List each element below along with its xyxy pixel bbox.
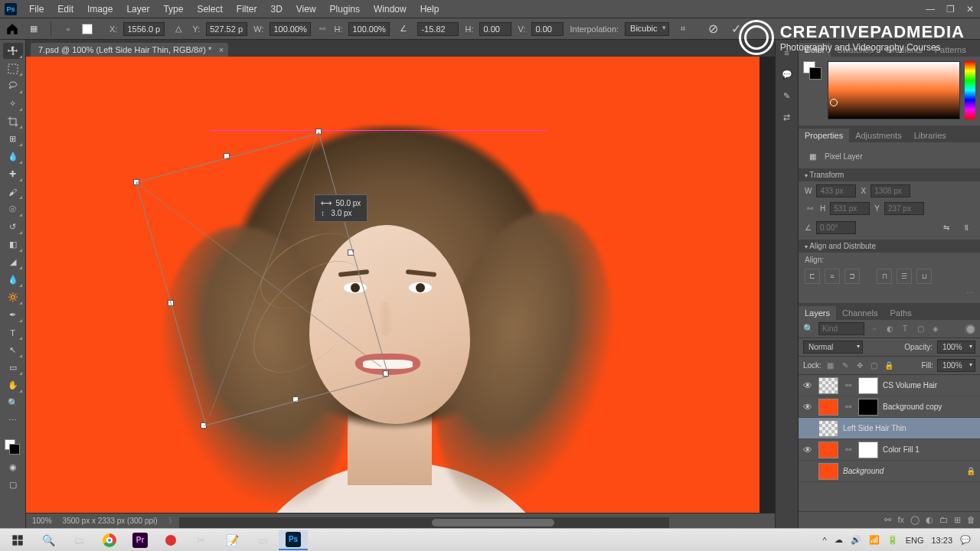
- lock-artboard-icon[interactable]: ▢: [869, 360, 880, 371]
- lock-pixels-icon[interactable]: ✎: [840, 360, 851, 371]
- menu-view[interactable]: View: [290, 2, 322, 17]
- link-mask-icon[interactable]: ⚯: [843, 402, 854, 412]
- layer-name[interactable]: Left Side Hair Thin: [843, 424, 975, 432]
- transform-tool-icon[interactable]: ▦: [26, 21, 41, 37]
- align-vcenter-icon[interactable]: ☰: [897, 269, 912, 284]
- interp-select[interactable]: Bicubic: [625, 22, 668, 36]
- prop-angle-field[interactable]: 0.00°: [816, 221, 856, 234]
- flip-h-icon[interactable]: ⇋: [939, 220, 954, 235]
- layer-name[interactable]: Color Fill 1: [883, 445, 975, 454]
- tray-volume-icon[interactable]: 🔊: [851, 535, 861, 545]
- search-button[interactable]: 🔍: [34, 530, 63, 550]
- visibility-icon[interactable]: 👁: [803, 445, 814, 455]
- history-brush-tool-icon[interactable]: ↺: [3, 219, 23, 235]
- menu-image[interactable]: Image: [81, 2, 119, 17]
- zoom-tool-icon[interactable]: 🔍: [3, 395, 23, 411]
- record-icon[interactable]: [156, 530, 185, 550]
- screenmode-icon[interactable]: ▢: [3, 477, 23, 493]
- fx-icon[interactable]: fx: [897, 515, 904, 525]
- filter-shape-icon[interactable]: ▢: [915, 324, 926, 334]
- menu-edit[interactable]: Edit: [51, 2, 80, 17]
- marquee-tool-icon[interactable]: [3, 60, 23, 77]
- layer-thumb[interactable]: [818, 463, 838, 480]
- delete-layer-icon[interactable]: 🗑: [967, 515, 975, 525]
- warp-icon[interactable]: ⌗: [675, 21, 691, 37]
- menu-window[interactable]: Window: [368, 2, 413, 17]
- chrome-icon[interactable]: [95, 530, 124, 550]
- layer-thumb[interactable]: [818, 442, 838, 458]
- layer-mask[interactable]: [858, 442, 878, 458]
- tray-chevron-icon[interactable]: ^: [822, 536, 826, 545]
- fill-input[interactable]: 100%: [937, 359, 975, 372]
- photoshop-task-icon[interactable]: Ps: [279, 530, 308, 550]
- layer-name[interactable]: Background copy: [883, 403, 975, 411]
- filter-type-icon[interactable]: T: [900, 324, 910, 334]
- layer-filter-input[interactable]: [818, 322, 864, 335]
- link-dim-icon[interactable]: ⚯: [805, 204, 815, 214]
- delta-icon[interactable]: △: [171, 21, 186, 37]
- blur-tool-icon[interactable]: 💧: [3, 272, 23, 288]
- align-left-icon[interactable]: ⊏: [805, 269, 820, 284]
- explorer-icon[interactable]: 🗂: [64, 530, 93, 550]
- tab-channels[interactable]: Channels: [836, 306, 884, 320]
- align-section[interactable]: Align and Distribute: [799, 240, 980, 253]
- tab-properties[interactable]: Properties: [799, 129, 849, 142]
- healing-tool-icon[interactable]: ✚: [3, 166, 23, 182]
- menu-help[interactable]: Help: [414, 2, 446, 17]
- snip-icon[interactable]: ✂: [187, 530, 216, 550]
- menu-filter[interactable]: Filter: [230, 2, 263, 17]
- layer-row[interactable]: Background 🔒: [799, 461, 980, 482]
- close-icon[interactable]: ✕: [960, 0, 980, 18]
- link-wh-icon[interactable]: ⚯: [317, 24, 328, 34]
- layer-row[interactable]: 👁 ⚯ Color Fill 1: [799, 439, 980, 461]
- align-top-icon[interactable]: ⊓: [877, 269, 892, 284]
- layer-thumb[interactable]: [818, 420, 838, 437]
- scrollbar-horizontal[interactable]: [179, 517, 669, 528]
- brush-tool-icon[interactable]: 🖌: [3, 184, 23, 200]
- tab-libraries[interactable]: Libraries: [908, 129, 952, 142]
- layer-thumb[interactable]: [818, 399, 838, 416]
- adjustment-layer-icon[interactable]: ◐: [926, 515, 933, 525]
- tray-lang[interactable]: ENG: [906, 536, 924, 545]
- transform-section[interactable]: Transform: [799, 168, 980, 181]
- status-chevron-icon[interactable]: 〉: [168, 516, 176, 527]
- blend-mode-select[interactable]: Normal: [803, 341, 863, 354]
- visibility-icon[interactable]: 👁: [803, 402, 814, 412]
- status-zoom[interactable]: 100%: [32, 517, 52, 525]
- prop-x-field[interactable]: 1308 px: [871, 184, 910, 197]
- link-mask-icon[interactable]: ⚯: [843, 380, 854, 391]
- x-input[interactable]: [123, 22, 165, 36]
- eyedropper-tool-icon[interactable]: 💧: [3, 148, 23, 165]
- path-select-tool-icon[interactable]: ↖: [3, 342, 23, 358]
- tray-time[interactable]: 13:23: [931, 536, 952, 545]
- home-icon[interactable]: [5, 21, 20, 37]
- taskview-icon[interactable]: ▭: [248, 530, 277, 550]
- h-input[interactable]: [348, 22, 390, 36]
- menu-file[interactable]: File: [23, 2, 50, 17]
- lock-trans-icon[interactable]: ▦: [825, 360, 836, 371]
- tray-wifi-icon[interactable]: 📶: [869, 535, 880, 545]
- layer-row[interactable]: 👁 ⚯ CS Volume Hair: [799, 375, 980, 396]
- document-tab[interactable]: 7.psd @ 100% (Left Side Hair Thin, RGB/8…: [31, 43, 228, 57]
- reference-point-icon[interactable]: ▫: [60, 21, 76, 37]
- color-picker[interactable]: [828, 61, 960, 119]
- layer-name[interactable]: CS Volume Hair: [883, 381, 975, 390]
- new-group-icon[interactable]: 🗀: [939, 515, 948, 525]
- tab-paths[interactable]: Paths: [884, 306, 918, 320]
- menu-3d[interactable]: 3D: [264, 2, 288, 17]
- y-input[interactable]: [206, 22, 247, 36]
- frame-tool-icon[interactable]: ⊞: [3, 131, 23, 147]
- layer-mask[interactable]: [858, 399, 878, 416]
- add-mask-icon[interactable]: ◯: [910, 515, 920, 525]
- fg-bg-swatch[interactable]: [803, 61, 823, 121]
- filter-adjust-icon[interactable]: ◐: [884, 324, 895, 334]
- new-layer-icon[interactable]: ⊞: [954, 515, 961, 525]
- search-icon[interactable]: 🔍: [803, 324, 814, 334]
- layer-name[interactable]: Background: [843, 467, 962, 475]
- layer-thumb[interactable]: [818, 377, 838, 394]
- menu-type[interactable]: Type: [157, 2, 189, 17]
- menu-layer[interactable]: Layer: [120, 2, 155, 17]
- prop-w-field[interactable]: 433 px: [816, 184, 856, 197]
- opacity-input[interactable]: 100%: [937, 341, 975, 354]
- tab-adjustments[interactable]: Adjustments: [849, 129, 908, 142]
